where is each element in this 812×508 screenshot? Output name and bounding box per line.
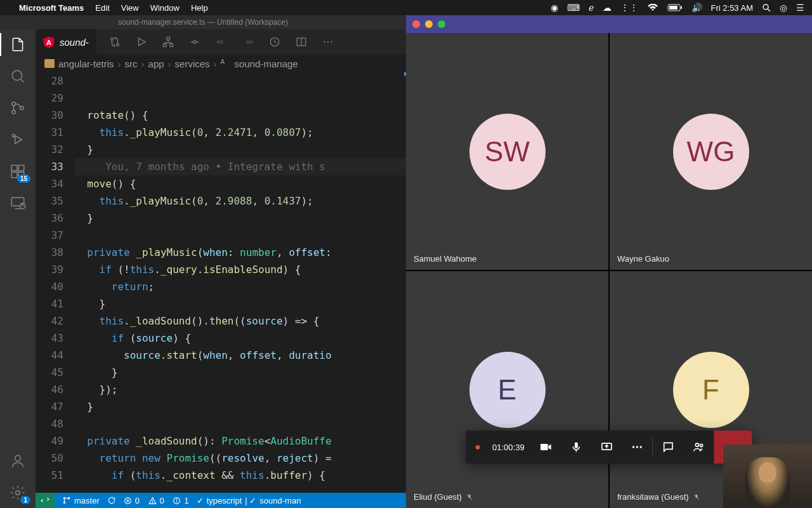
more-icon[interactable]	[322, 36, 334, 48]
share-button[interactable]	[592, 431, 622, 464]
siri-icon[interactable]: ◎	[780, 3, 787, 13]
menu-help[interactable]: Help	[191, 3, 208, 13]
avatar: E	[469, 352, 546, 428]
svg-point-18	[20, 203, 25, 209]
battery-icon[interactable]	[667, 4, 683, 11]
angular-icon: A	[221, 58, 231, 69]
volume-icon[interactable]: 🔊	[691, 3, 702, 13]
code-content[interactable]: rotate() { this._playMusic(0, 2.2471, 0.…	[75, 72, 406, 493]
mic-button[interactable]	[561, 431, 592, 464]
spotlight-icon[interactable]	[762, 3, 771, 12]
clock[interactable]: Fri 2:53 AM	[711, 3, 753, 13]
bolt-icon[interactable]: ◉	[551, 3, 558, 13]
wifi-icon[interactable]	[647, 4, 658, 11]
commit-prev-icon[interactable]	[216, 36, 227, 48]
split-icon[interactable]	[296, 36, 307, 48]
menu-window[interactable]: Window	[150, 3, 180, 13]
code-editor[interactable]: 2829303132333435363738394041424344454647…	[36, 72, 406, 493]
svg-rect-14	[11, 172, 17, 178]
run-icon[interactable]	[136, 36, 147, 48]
maximize-icon[interactable]	[438, 20, 445, 28]
settings-icon[interactable]: 1	[9, 484, 27, 502]
account-icon[interactable]	[9, 452, 27, 470]
chat-button[interactable]	[653, 431, 684, 464]
svg-point-27	[193, 41, 197, 44]
svg-marker-23	[138, 38, 145, 46]
keyboard-icon[interactable]: ⌨	[567, 3, 580, 13]
svg-point-39	[63, 502, 65, 503]
remote-indicator[interactable]	[36, 493, 55, 508]
svg-point-55	[632, 446, 634, 448]
people-button[interactable]	[684, 431, 714, 464]
extensions-badge: 15	[17, 175, 30, 183]
menu-edit[interactable]: Edit	[95, 3, 109, 13]
svg-point-48	[177, 498, 178, 499]
minimize-icon[interactable]	[425, 20, 433, 28]
debug-icon[interactable]	[9, 131, 27, 149]
crumb-2[interactable]: app	[148, 58, 164, 69]
crumb-4[interactable]: sound-manage	[235, 58, 298, 69]
commit-back-icon[interactable]	[189, 36, 200, 48]
svg-rect-26	[170, 44, 173, 47]
settings-badge: 1	[20, 496, 30, 504]
svg-point-59	[700, 444, 703, 446]
more-button[interactable]	[622, 431, 653, 464]
svg-point-3	[763, 4, 768, 10]
folder-icon	[44, 59, 55, 68]
teams-window: SWSamuel WahomeWGWayne GakuoEEliud (Gues…	[406, 15, 812, 508]
tab-sound-manager[interactable]: A sound-	[36, 29, 96, 55]
control-center-icon[interactable]: ☰	[796, 3, 804, 13]
extensions-icon[interactable]: 15	[9, 163, 27, 180]
svg-point-11	[12, 134, 15, 137]
vscode-title: sound-manager.service.ts — Untitled (Wor…	[0, 15, 406, 29]
bluetooth-icon[interactable]: ⋮⋮	[620, 3, 638, 13]
recording-indicator[interactable]: ●	[466, 431, 490, 464]
remote-icon[interactable]	[9, 194, 27, 212]
git-compare-icon[interactable]	[109, 36, 121, 48]
teams-titlebar[interactable]	[406, 15, 812, 33]
svg-point-22	[117, 44, 119, 46]
angular-icon: A	[43, 37, 55, 48]
svg-rect-13	[18, 165, 24, 171]
camera-button[interactable]	[531, 431, 561, 464]
svg-line-4	[768, 9, 770, 11]
call-duration: 01:00:39	[490, 431, 531, 464]
participant-tile[interactable]: SWSamuel Wahome	[406, 33, 608, 270]
participant-name: Samuel Wahome	[414, 254, 476, 264]
crumb-0[interactable]: angular-tetris	[58, 58, 114, 69]
explorer-icon[interactable]	[9, 36, 27, 53]
search-icon[interactable]	[9, 67, 27, 85]
activity-bar: 15 1	[0, 29, 36, 508]
close-icon[interactable]	[412, 20, 420, 28]
crumb-1[interactable]: src	[125, 58, 138, 69]
breadcrumb[interactable]: angular-tetris› src› app› services› A so…	[36, 55, 406, 72]
status-bar: master 0 0 1 ✓ typescript | ✓ sound-man	[36, 493, 406, 508]
svg-point-7	[12, 102, 15, 105]
tab-label: sound-	[60, 37, 89, 48]
mac-menubar: Microsoft Teams Edit View Window Help ◉ …	[0, 0, 812, 15]
menubar-app-name[interactable]: Microsoft Teams	[19, 3, 84, 13]
svg-point-38	[63, 497, 65, 498]
cloud-icon[interactable]: ☁	[603, 3, 612, 13]
lang-indicator[interactable]: ✓ typescript | ✓ sound-man	[197, 496, 301, 505]
muted-icon	[693, 493, 700, 501]
self-view[interactable]	[723, 444, 812, 508]
avatar: WG	[673, 114, 749, 190]
participant-name: Eliud (Guest)	[414, 492, 473, 502]
script-icon[interactable]: ℯ	[589, 3, 594, 13]
structure-icon[interactable]	[162, 36, 174, 48]
problems-indicator[interactable]: 0 0 1	[124, 496, 189, 505]
branch-indicator[interactable]: master	[62, 496, 100, 505]
svg-rect-53	[575, 443, 578, 448]
crumb-3[interactable]: services	[175, 58, 210, 69]
vscode-window: sound-manager.service.ts — Untitled (Wor…	[0, 15, 406, 508]
source-control-icon[interactable]	[9, 99, 27, 117]
timeline-icon[interactable]	[269, 36, 280, 48]
commit-next-icon[interactable]	[242, 36, 254, 48]
line-gutter: 2829303132333435363738394041424344454647…	[36, 72, 75, 493]
menu-view[interactable]: View	[121, 3, 139, 13]
participant-tile[interactable]: WGWayne Gakuo	[610, 33, 812, 270]
participant-tile[interactable]: EEliud (Guest)	[406, 271, 608, 508]
svg-point-19	[15, 455, 21, 461]
sync-icon[interactable]	[107, 496, 116, 505]
